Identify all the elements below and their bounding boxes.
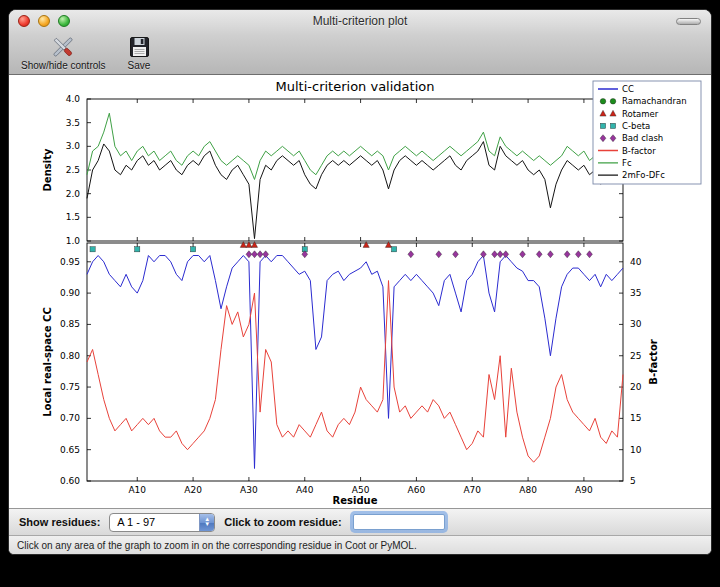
svg-text:0.95: 0.95: [60, 257, 80, 267]
svg-text:1.0: 1.0: [66, 236, 81, 246]
svg-text:40: 40: [630, 257, 642, 267]
svg-text:Rotamer: Rotamer: [622, 109, 659, 119]
svg-text:20: 20: [630, 382, 642, 392]
svg-text:3.0: 3.0: [66, 141, 81, 151]
svg-text:B-factor: B-factor: [648, 339, 659, 384]
svg-text:Fc: Fc: [622, 158, 632, 168]
desktop-background: Multi-criterion plot Show/hide control: [0, 0, 720, 587]
svg-text:A80: A80: [519, 485, 537, 495]
close-button[interactable]: [18, 15, 30, 27]
save-icon: [128, 35, 151, 59]
tool-label: Save: [128, 60, 151, 71]
svg-text:30: 30: [630, 319, 642, 329]
svg-text:Residue: Residue: [333, 495, 378, 504]
svg-text:Multi-criterion validation: Multi-criterion validation: [276, 79, 435, 94]
status-text: Click on any area of the graph to zoom i…: [17, 540, 417, 551]
show-residues-label: Show residues:: [19, 516, 100, 528]
svg-text:5: 5: [630, 476, 636, 486]
toolbar-toggle-button[interactable]: [676, 18, 701, 25]
svg-text:0.85: 0.85: [60, 319, 80, 329]
svg-text:0.65: 0.65: [60, 445, 80, 455]
svg-text:1.5: 1.5: [66, 212, 80, 222]
svg-text:Bad clash: Bad clash: [622, 133, 663, 143]
svg-text:Local real-space CC: Local real-space CC: [42, 307, 53, 417]
svg-text:0.90: 0.90: [60, 288, 80, 298]
svg-text:A20: A20: [184, 485, 202, 495]
svg-text:3.5: 3.5: [66, 118, 80, 128]
svg-text:2.0: 2.0: [66, 189, 81, 199]
svg-text:0.70: 0.70: [60, 413, 80, 423]
zoom-residue-label: Click to zoom residue:: [224, 516, 341, 528]
svg-text:C-beta: C-beta: [622, 121, 650, 131]
svg-text:A10: A10: [128, 485, 146, 495]
residue-range-select[interactable]: A 1 - 97 ▲▼: [109, 513, 215, 532]
minimize-button[interactable]: [38, 15, 50, 27]
traffic-lights: [18, 15, 70, 27]
svg-text:CC: CC: [622, 84, 634, 94]
window-header: Multi-criterion plot Show/hide control: [9, 10, 711, 75]
svg-text:A60: A60: [408, 485, 426, 495]
plot-area[interactable]: Multi-criterion validation1.01.52.02.53.…: [9, 75, 711, 508]
svg-text:4.0: 4.0: [66, 94, 81, 104]
svg-text:Density: Density: [42, 148, 53, 191]
toolbar: Show/hide controls Save: [9, 32, 711, 74]
svg-text:15: 15: [630, 413, 641, 423]
tools-icon: [50, 35, 76, 59]
svg-text:B-factor: B-factor: [622, 146, 656, 156]
svg-text:0.80: 0.80: [60, 351, 80, 361]
status-bar: Click on any area of the graph to zoom i…: [9, 535, 711, 554]
svg-text:35: 35: [630, 288, 641, 298]
residue-range-value: A 1 - 97: [110, 514, 199, 531]
svg-text:2.5: 2.5: [66, 165, 80, 175]
show-hide-controls-button[interactable]: Show/hide controls: [21, 35, 106, 71]
svg-text:0.60: 0.60: [60, 476, 80, 486]
titlebar[interactable]: Multi-criterion plot: [9, 10, 711, 32]
zoom-button[interactable]: [58, 15, 70, 27]
svg-text:A30: A30: [240, 485, 258, 495]
multi-criterion-figure[interactable]: Multi-criterion validation1.01.52.02.53.…: [9, 75, 712, 504]
svg-text:0.75: 0.75: [60, 382, 80, 392]
zoom-residue-input[interactable]: [353, 514, 445, 530]
svg-text:A50: A50: [352, 485, 370, 495]
svg-text:25: 25: [630, 351, 641, 361]
stepper-icon[interactable]: ▲▼: [199, 514, 214, 531]
svg-text:A40: A40: [296, 485, 314, 495]
window-title: Multi-criterion plot: [9, 14, 711, 28]
app-window: Multi-criterion plot Show/hide control: [8, 9, 712, 555]
save-button[interactable]: Save: [128, 35, 151, 71]
svg-text:2mFo-DFc: 2mFo-DFc: [622, 170, 665, 180]
svg-text:A70: A70: [463, 485, 481, 495]
tool-label: Show/hide controls: [21, 60, 106, 71]
svg-text:Ramachandran: Ramachandran: [622, 96, 687, 106]
svg-text:A90: A90: [575, 485, 593, 495]
svg-text:10: 10: [630, 445, 642, 455]
controls-bar: Show residues: A 1 - 97 ▲▼ Click to zoom…: [9, 508, 711, 535]
